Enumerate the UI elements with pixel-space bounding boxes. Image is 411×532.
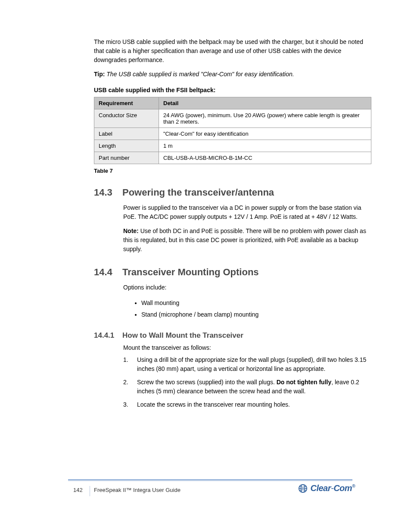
heading-num: 14.4.1: [94, 331, 122, 340]
table-cell-value: 24 AWG (power), minimum. Use 20 AWG (pow…: [159, 109, 371, 128]
table-cell-key: Part number: [94, 152, 159, 164]
clearcom-logo: Clear-Com®: [298, 483, 355, 493]
table-row: Part number CBL-USB-A-USB-MICRO-B-1M-CC: [94, 152, 371, 164]
footer-divider: [90, 486, 90, 496]
tip-label: Tip:: [94, 71, 105, 78]
footer-rule-thin: [68, 481, 352, 481]
step-item: 3. Locate the screws in the transceiver …: [123, 400, 371, 409]
heading-title: Powering the transceiver/antenna: [122, 187, 274, 198]
page-number: 142: [73, 487, 83, 493]
table-caption: USB cable supplied with the FSII beltpac…: [94, 87, 371, 93]
step-item: 2. Screw the two screws (supplied) into …: [123, 378, 371, 396]
intro-paragraph: The micro USB cable supplied with the be…: [94, 37, 371, 65]
table-cell-key: Conductor Size: [94, 109, 159, 128]
table-head-detail: Detail: [159, 97, 371, 109]
step-text: Locate the screws in the transceiver rea…: [137, 400, 371, 409]
footer-rule: [68, 479, 352, 480]
table-row: Label "Clear-Com" for easy identificatio…: [94, 128, 371, 140]
heading-num: 14.3: [94, 187, 122, 198]
table-number: Table 7: [94, 168, 371, 174]
heading-title: How to Wall Mount the Transceiver: [122, 331, 243, 339]
note-label: Note:: [123, 227, 139, 234]
step-number: 1.: [123, 355, 137, 373]
step-text-pre: Screw the two screws (supplied) into the…: [137, 379, 275, 386]
step-item: 1. Using a drill bit of the appropriate …: [123, 355, 371, 373]
spec-table: Requirement Detail Conductor Size 24 AWG…: [94, 97, 371, 164]
table-row: Conductor Size 24 AWG (power), minimum. …: [94, 109, 371, 128]
logo-text: Clear-Com®: [310, 483, 355, 493]
heading-title: Transceiver Mounting Options: [122, 267, 259, 277]
steps-intro: Mount the transceiver as follows:: [123, 344, 371, 351]
heading-powering: 14.3Powering the transceiver/antenna: [94, 187, 371, 198]
note-text: Use of both DC in and PoE is possible. T…: [123, 227, 366, 252]
mounting-options-list: Wall mounting Stand (microphone / beam c…: [141, 297, 371, 320]
table-head-requirement: Requirement: [94, 97, 159, 109]
logo-globe-icon: [298, 484, 308, 493]
table-cell-key: Length: [94, 140, 159, 152]
heading-mounting: 14.4Transceiver Mounting Options: [94, 267, 371, 278]
step-text-bold: Do not tighten fully: [277, 379, 332, 386]
table-row: Length 1 m: [94, 140, 371, 152]
footer-doc-title: FreeSpeak II™ Integra User Guide: [94, 487, 181, 493]
table-cell-key: Label: [94, 128, 159, 140]
table-cell-value: "Clear-Com" for easy identification: [159, 128, 371, 140]
tip-text: The USB cable supplied is marked "Clear-…: [106, 71, 294, 78]
heading-num: 14.4: [94, 267, 122, 278]
table-cell-value: CBL-USB-A-USB-MICRO-B-1M-CC: [159, 152, 371, 164]
mounting-intro: Options include:: [123, 283, 371, 292]
step-text: Screw the two screws (supplied) into the…: [137, 378, 371, 396]
step-number: 2.: [123, 378, 137, 396]
tip-line: Tip: The USB cable supplied is marked "C…: [94, 70, 371, 79]
list-item: Stand (microphone / beam clamp) mounting: [141, 309, 371, 320]
step-number: 3.: [123, 400, 137, 409]
heading-wall-mount: 14.4.1How to Wall Mount the Transceiver: [94, 331, 371, 340]
table-cell-value: 1 m: [159, 140, 371, 152]
powering-paragraph: Power is supplied to the transceiver via…: [123, 203, 371, 221]
powering-note: Note: Use of both DC in and PoE is possi…: [123, 227, 371, 254]
list-item: Wall mounting: [141, 297, 371, 309]
step-text: Using a drill bit of the appropriate siz…: [137, 355, 371, 373]
